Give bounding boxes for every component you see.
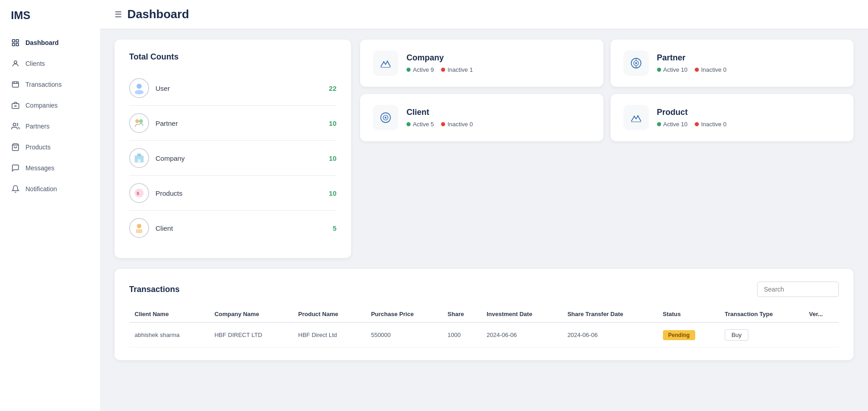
col-investment-date: Investment Date bbox=[481, 306, 562, 322]
cell-product-name: HBF Direct Ltd bbox=[293, 322, 366, 347]
svg-rect-0 bbox=[12, 40, 15, 42]
stat-card-product: Product Active 10 Inactive 0 bbox=[611, 94, 854, 141]
client-inactive-badge: Inactive 0 bbox=[441, 121, 473, 128]
svg-point-12 bbox=[13, 123, 16, 126]
green-dot bbox=[657, 122, 661, 126]
svg-rect-19 bbox=[137, 154, 141, 156]
red-dot bbox=[441, 122, 445, 126]
svg-point-36 bbox=[633, 116, 635, 117]
red-dot bbox=[695, 68, 699, 72]
col-status: Status bbox=[657, 306, 719, 322]
transaction-type-badge: Buy bbox=[725, 329, 748, 341]
sidebar-item-partners[interactable]: Partners bbox=[0, 116, 100, 136]
partner-stat-icon bbox=[623, 50, 649, 76]
svg-rect-2 bbox=[12, 44, 15, 46]
sidebar-item-label: Notification bbox=[25, 185, 57, 193]
partner-stat-name: Partner bbox=[657, 53, 727, 63]
sidebar-item-products[interactable]: Products bbox=[0, 137, 100, 157]
col-share-transfer-date: Share Transfer Date bbox=[562, 306, 657, 322]
app-logo: IMS bbox=[0, 9, 100, 33]
company-active-badge: Active 9 bbox=[406, 66, 434, 73]
company-stat-name: Company bbox=[406, 53, 473, 63]
green-dot bbox=[657, 68, 661, 72]
sidebar-item-label: Partners bbox=[25, 123, 50, 130]
company-badges: Active 9 Inactive 1 bbox=[406, 66, 473, 73]
col-product-name: Product Name bbox=[293, 306, 366, 322]
clients-icon bbox=[11, 59, 20, 68]
green-dot bbox=[406, 122, 411, 126]
svg-rect-3 bbox=[16, 44, 19, 46]
user-count-icon bbox=[129, 78, 149, 98]
svg-point-15 bbox=[135, 90, 144, 94]
partner-stat-info: Partner Active 10 Inactive 0 bbox=[657, 53, 727, 73]
count-value-company: 10 bbox=[329, 154, 336, 162]
sidebar: IMS Dashboard Clients Transactions Compa… bbox=[0, 0, 100, 411]
client-stat-info: Client Active 5 Inactive 0 bbox=[406, 108, 473, 128]
product-inactive-badge: Inactive 0 bbox=[695, 121, 727, 128]
partner-count-icon bbox=[129, 113, 149, 133]
sidebar-item-messages[interactable]: Messages bbox=[0, 158, 100, 178]
svg-point-37 bbox=[637, 115, 638, 117]
svg-point-16 bbox=[135, 119, 139, 123]
messages-icon bbox=[11, 163, 20, 173]
col-client-name: Client Name bbox=[129, 306, 209, 322]
cell-investment-date: 2024-06-06 bbox=[481, 322, 562, 347]
cell-client-name: abhishek sharma bbox=[129, 322, 209, 347]
notification-icon bbox=[11, 184, 20, 193]
count-row-client: Client 5 bbox=[129, 211, 336, 245]
page-header: ☰ Dashboard bbox=[100, 0, 868, 29]
sidebar-item-label: Companies bbox=[25, 102, 58, 109]
client-badges: Active 5 Inactive 0 bbox=[406, 121, 473, 128]
transactions-card: Transactions Client Name Company Name Pr… bbox=[115, 269, 853, 360]
search-input[interactable] bbox=[757, 282, 839, 297]
content-area: Total Counts User 22 bbox=[100, 29, 868, 371]
sidebar-item-transactions[interactable]: Transactions bbox=[0, 74, 100, 94]
col-ver: Ver... bbox=[803, 306, 839, 322]
table-body: abhishek sharma HBF DIRECT LTD HBF Direc… bbox=[129, 322, 839, 347]
svg-point-35 bbox=[385, 117, 386, 119]
red-dot bbox=[695, 122, 699, 126]
total-counts-card: Total Counts User 22 bbox=[115, 40, 351, 258]
svg-text:$: $ bbox=[136, 191, 139, 196]
cell-ver bbox=[803, 322, 839, 347]
stat-card-client: Client Active 5 Inactive 0 bbox=[360, 94, 603, 141]
svg-point-4 bbox=[14, 61, 17, 64]
transactions-header: Transactions bbox=[129, 282, 839, 297]
count-row-products: $ Products 10 bbox=[129, 176, 336, 211]
products-icon bbox=[11, 143, 20, 152]
svg-point-26 bbox=[387, 61, 388, 62]
cell-share: 1000 bbox=[442, 322, 481, 347]
count-label-products: Products bbox=[156, 189, 182, 197]
partner-active-badge: Active 10 bbox=[657, 66, 687, 73]
sidebar-nav: Dashboard Clients Transactions Companies bbox=[0, 33, 100, 199]
product-badges: Active 10 Inactive 0 bbox=[657, 121, 727, 128]
companies-icon bbox=[11, 101, 20, 110]
table-row: abhishek sharma HBF DIRECT LTD HBF Direc… bbox=[129, 322, 839, 347]
sidebar-item-companies[interactable]: Companies bbox=[0, 95, 100, 115]
sidebar-item-notification[interactable]: Notification bbox=[0, 179, 100, 199]
sidebar-item-dashboard[interactable]: Dashboard bbox=[0, 33, 100, 53]
transactions-title: Transactions bbox=[129, 285, 180, 294]
svg-rect-20 bbox=[138, 159, 140, 163]
count-label-partner: Partner bbox=[156, 119, 178, 127]
status-badge: Pending bbox=[663, 330, 695, 340]
svg-point-21 bbox=[135, 188, 144, 198]
sidebar-item-label: Clients bbox=[25, 60, 45, 67]
col-company-name: Company Name bbox=[209, 306, 293, 322]
page-title: Dashboard bbox=[127, 7, 189, 21]
company-stat-icon bbox=[373, 50, 398, 76]
svg-point-25 bbox=[383, 61, 385, 63]
product-stat-name: Product bbox=[657, 108, 727, 117]
count-label-client: Client bbox=[156, 224, 173, 232]
menu-toggle-icon[interactable]: ☰ bbox=[115, 10, 122, 20]
stat-card-partner: Partner Active 10 Inactive 0 bbox=[611, 40, 854, 87]
client-stat-icon bbox=[373, 105, 398, 130]
client-active-badge: Active 5 bbox=[406, 121, 434, 128]
cell-company-name: HBF DIRECT LTD bbox=[209, 322, 293, 347]
svg-point-14 bbox=[136, 84, 141, 89]
svg-rect-5 bbox=[12, 82, 19, 87]
count-value-user: 22 bbox=[329, 84, 336, 92]
partner-badges: Active 10 Inactive 0 bbox=[657, 66, 727, 73]
stat-card-company: Company Active 9 Inactive 1 bbox=[360, 40, 603, 87]
sidebar-item-clients[interactable]: Clients bbox=[0, 54, 100, 74]
